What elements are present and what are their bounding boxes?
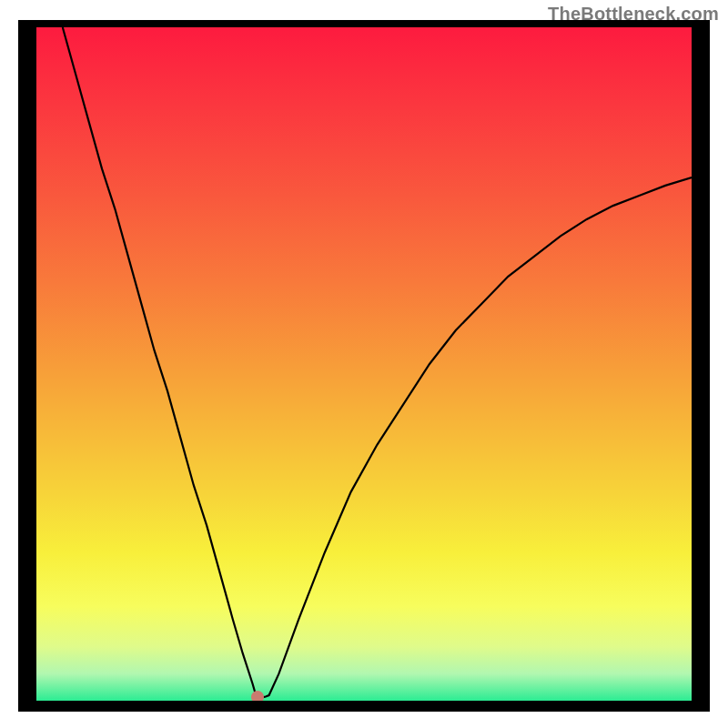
plot-area xyxy=(36,27,692,701)
bottleneck-curve-path xyxy=(63,27,692,697)
optimal-point-marker xyxy=(251,691,264,701)
chart-container: TheBottleneck.com xyxy=(0,0,728,728)
curve-layer xyxy=(36,27,692,701)
watermark-text: TheBottleneck.com xyxy=(548,4,719,25)
